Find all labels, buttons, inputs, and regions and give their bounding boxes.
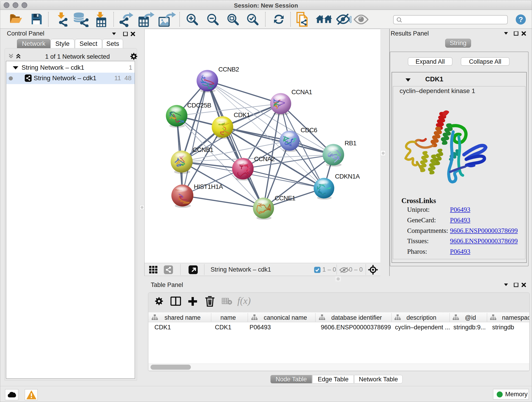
- svg-text:CDC6: CDC6: [301, 127, 317, 134]
- svg-text:?: ?: [519, 15, 523, 24]
- svg-text:CCNB1: CCNB1: [193, 146, 213, 153]
- svg-text:CCNA2: CCNA2: [254, 155, 275, 162]
- svg-text:CDKN1A: CDKN1A: [335, 173, 360, 180]
- svg-text:CDC25B: CDC25B: [187, 102, 211, 109]
- svg-text:CDK1: CDK1: [234, 111, 250, 119]
- svg-text:HIST1H1A: HIST1H1A: [194, 183, 223, 190]
- svg-text:RB1: RB1: [345, 140, 356, 147]
- svg-text:CCNA1: CCNA1: [291, 89, 312, 96]
- svg-text:CCNE1: CCNE1: [275, 195, 295, 202]
- svg-text:CCNB2: CCNB2: [218, 66, 239, 73]
